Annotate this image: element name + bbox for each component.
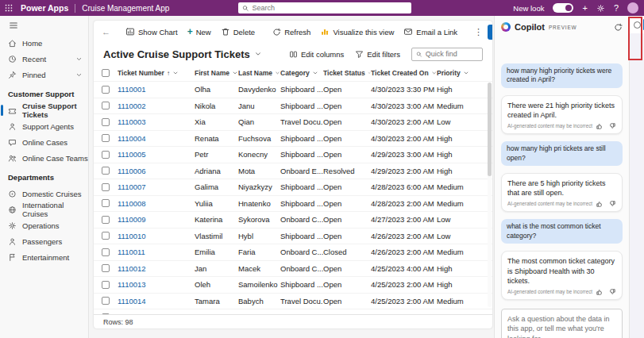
sidebar-item-domestic-cruises[interactable]: Domestic Cruises <box>0 186 88 202</box>
ticket-number-link[interactable]: 1110004 <box>118 134 195 143</box>
column-header-last-name[interactable]: Last Name <box>238 69 280 77</box>
row-checkbox[interactable] <box>102 264 110 272</box>
table-row[interactable]: 1110012 Jan Macek Onboard C... Open 4/25… <box>94 260 492 277</box>
chevron-down-icon[interactable] <box>463 70 469 76</box>
table-row[interactable]: 1110007 Galima Niyazkyzy Shipboard ... O… <box>94 179 492 195</box>
waffle-menu-icon[interactable] <box>0 0 17 16</box>
table-row[interactable]: 1110014 Tamara Babych Travel Docu... Ope… <box>94 293 492 309</box>
row-checkbox[interactable] <box>102 151 110 159</box>
refresh-button[interactable]: Refresh <box>268 25 314 39</box>
table-row[interactable]: 1110001 Olha Davydenko Shipboard ... Ope… <box>94 81 492 98</box>
column-header-category[interactable]: Category <box>280 69 323 77</box>
chevron-down-icon[interactable] <box>75 56 83 63</box>
row-checkbox[interactable] <box>102 118 110 126</box>
back-arrow-icon[interactable]: ← <box>98 27 114 36</box>
grid-scrollbar[interactable] <box>488 83 492 307</box>
sidebar-item-online-case-teams[interactable]: Online Case Teams <box>0 150 88 166</box>
ticket-number-link[interactable]: 1110003 <box>118 117 195 126</box>
column-header-priority[interactable]: Priority <box>437 69 492 77</box>
view-selector[interactable]: Active Cruise Support Tickets <box>103 48 262 60</box>
table-row[interactable]: 1110009 Katerina Sykorova Onboard C... O… <box>94 211 492 228</box>
row-checkbox[interactable] <box>102 232 110 240</box>
global-search-input[interactable] <box>252 4 407 12</box>
new-look-toggle[interactable] <box>553 3 573 13</box>
column-header-ticket-created-on[interactable]: Ticket Created On <box>371 69 437 77</box>
user-avatar[interactable] <box>627 2 638 13</box>
table-row[interactable]: 1110010 Vlastimil Hybl Shipboard ... Ope… <box>94 228 492 244</box>
ticket-number-link[interactable]: 1110009 <box>118 215 195 224</box>
scrollbar-thumb[interactable] <box>488 83 492 176</box>
sidebar-item-operations[interactable]: Operations <box>0 217 88 233</box>
copilot-rail-button[interactable] <box>630 16 644 33</box>
row-checkbox[interactable] <box>102 297 110 305</box>
table-row[interactable]: 1110011 Emilia Faria Onboard C... Closed… <box>94 244 492 260</box>
row-checkbox[interactable] <box>102 134 110 142</box>
quick-find-input[interactable] <box>426 50 478 58</box>
row-checkbox[interactable] <box>102 102 110 109</box>
ticket-number-link[interactable]: 1110002 <box>118 102 195 110</box>
help-icon[interactable]: ? <box>614 4 619 13</box>
sidebar-item-recent[interactable]: Recent <box>0 51 88 67</box>
chevron-down-icon[interactable] <box>431 70 437 76</box>
sidebar-item-support-agents[interactable]: Support Agents <box>0 118 88 134</box>
row-checkbox[interactable] <box>102 199 110 207</box>
visualize-view-button[interactable]: Visualize this view <box>316 25 398 39</box>
column-header-ticket-number[interactable]: Ticket Number ↑ <box>118 69 195 77</box>
column-header-first-name[interactable]: First Name <box>195 69 238 77</box>
table-row[interactable]: 1110006 Adriana Mota Onboard E... Resolv… <box>94 163 492 179</box>
row-checkbox[interactable] <box>102 167 110 175</box>
table-row[interactable]: 1110008 Yuliia Hnatenko Shipboard ... Op… <box>94 195 492 212</box>
chevron-down-icon[interactable] <box>275 70 280 76</box>
sidebar-item-cruise-support-tickets[interactable]: Cruise Support Tickets <box>0 102 88 118</box>
thumbs-up-icon[interactable] <box>596 200 604 208</box>
row-checkbox[interactable] <box>102 183 110 191</box>
chevron-down-icon[interactable] <box>75 71 83 79</box>
ticket-number-link[interactable]: 1110013 <box>118 280 195 289</box>
sidebar-item-passengers[interactable]: Passengers <box>0 233 88 249</box>
settings-gear-icon[interactable] <box>596 4 605 13</box>
ticket-number-link[interactable]: 1110011 <box>118 248 195 256</box>
chevron-down-icon[interactable] <box>312 70 318 76</box>
row-checkbox[interactable] <box>102 281 110 289</box>
table-row[interactable]: 1110004 Renata Fuchsova Shipboard ... Op… <box>94 130 492 147</box>
show-chart-button[interactable]: Show Chart <box>121 25 182 39</box>
new-button[interactable]: + New <box>183 25 215 39</box>
table-row[interactable]: 1110003 Xia Qian Travel Docu... Open 4/3… <box>94 113 492 130</box>
hamburger-menu-icon[interactable] <box>0 16 88 35</box>
sidebar-item-home[interactable]: Home <box>0 35 88 51</box>
thumbs-down-icon[interactable] <box>608 288 616 296</box>
row-checkbox[interactable] <box>102 86 110 94</box>
edit-filters-button[interactable]: Edit filters <box>355 50 400 59</box>
table-row[interactable]: 1110002 Nikola Janu Shipboard ... Open 4… <box>94 98 492 114</box>
ticket-number-link[interactable]: 1110007 <box>118 182 195 191</box>
thumbs-up-icon[interactable] <box>596 122 604 130</box>
ticket-number-link[interactable]: 1110012 <box>118 264 195 273</box>
sidebar-item-entertainment[interactable]: Entertainment <box>0 249 88 265</box>
row-checkbox[interactable] <box>102 248 110 256</box>
quick-find-box[interactable] <box>411 48 483 61</box>
ticket-number-link[interactable]: 1110001 <box>118 85 195 94</box>
thumbs-down-icon[interactable] <box>608 122 616 130</box>
table-row[interactable]: 1110013 Oleh Samoilenko Shipboard ... Op… <box>94 276 492 293</box>
ticket-number-link[interactable]: 1110010 <box>118 232 195 240</box>
thumbs-up-icon[interactable] <box>596 288 604 296</box>
share-button[interactable]: Share <box>488 25 492 40</box>
ticket-number-link[interactable]: 1110005 <box>118 150 195 159</box>
ticket-number-link[interactable]: 1110006 <box>118 167 195 175</box>
select-all-checkbox[interactable] <box>102 69 110 77</box>
copilot-question-input[interactable]: Ask a question about the data in this ap… <box>501 309 623 338</box>
sidebar-item-international-cruises[interactable]: International Cruises <box>0 202 88 217</box>
sidebar-item-pinned[interactable]: Pinned <box>0 67 88 83</box>
column-header-ticket-status[interactable]: Ticket Status <box>323 69 371 77</box>
email-link-button[interactable]: Email a Link <box>399 25 461 39</box>
table-row[interactable]: 1110005 Petr Konecny Shipboard ... Open … <box>94 146 492 163</box>
chevron-down-icon[interactable] <box>172 70 179 76</box>
copilot-refresh-icon[interactable] <box>614 23 623 32</box>
edit-columns-button[interactable]: Edit columns <box>289 50 344 59</box>
row-checkbox[interactable] <box>102 313 110 314</box>
add-icon[interactable]: + <box>582 4 587 13</box>
global-search[interactable] <box>238 2 411 13</box>
chevron-down-icon[interactable] <box>232 70 238 76</box>
more-commands-icon[interactable]: ⋮ <box>471 27 486 37</box>
row-checkbox[interactable] <box>102 216 110 224</box>
